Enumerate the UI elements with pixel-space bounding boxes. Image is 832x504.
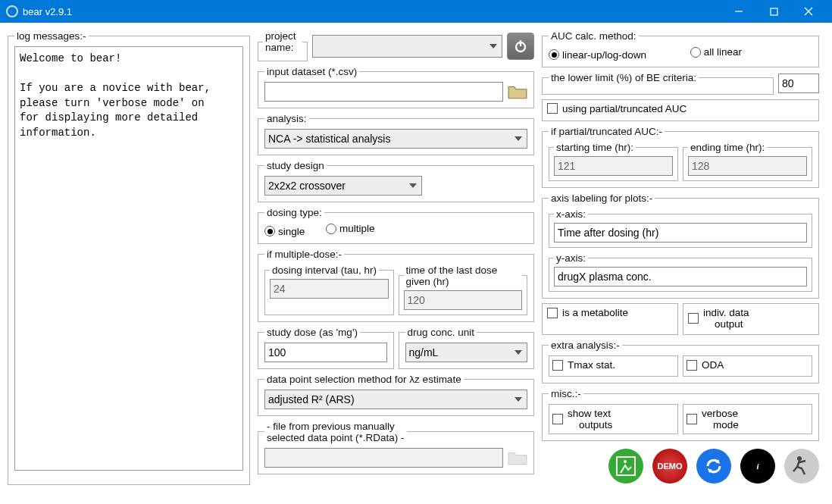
exit-button[interactable] bbox=[608, 449, 643, 484]
metabolite-group: is a metabolite bbox=[542, 303, 678, 335]
study-design-legend: study design bbox=[264, 160, 327, 171]
pauc-start-group: starting time (hr): bbox=[549, 142, 678, 181]
study-dose-group: study dose (as 'mg') bbox=[258, 327, 394, 369]
conc-unit-select[interactable]: ng/mL bbox=[405, 343, 528, 362]
partial-auc-checkbox[interactable]: using partial/truncated AUC bbox=[547, 103, 687, 114]
dosing-type-legend: dosing type: bbox=[264, 207, 324, 218]
analysis-select[interactable]: NCA -> statistical analysis bbox=[264, 129, 527, 149]
browse-prevfile-button bbox=[508, 449, 527, 466]
oda-checkbox[interactable]: ODA bbox=[687, 359, 724, 371]
multiple-dose-group: if multiple-dose:- dosing interval (tau,… bbox=[258, 249, 534, 322]
prevfile-group: - file from previous manuallyselected da… bbox=[258, 421, 534, 474]
misc-group: misc.:- show text outputs verbose mode bbox=[542, 388, 819, 441]
tmax-checkbox[interactable]: Tmax stat. bbox=[552, 359, 615, 371]
pauc-end-group: ending time (hr): bbox=[683, 142, 812, 181]
indiv-data-checkbox[interactable]: indiv. data output bbox=[688, 307, 749, 330]
partial-auc-times-group: if partial/truncated AUC:- starting time… bbox=[542, 126, 819, 188]
yaxis-field[interactable] bbox=[554, 267, 807, 286]
yaxis-legend: y-axis: bbox=[554, 252, 588, 264]
svg-point-7 bbox=[624, 460, 627, 463]
study-design-select[interactable]: 2x2x2 crossover bbox=[264, 176, 422, 196]
be-limit-legend: the lower limit (%) of BE criteria: bbox=[549, 72, 699, 83]
svg-point-10 bbox=[797, 456, 802, 461]
input-dataset-field[interactable] bbox=[264, 82, 503, 102]
maximize-button[interactable] bbox=[756, 0, 791, 23]
show-text-checkbox[interactable]: show text outputs bbox=[552, 408, 612, 430]
misc-legend: misc.:- bbox=[549, 388, 583, 399]
close-button[interactable] bbox=[791, 0, 826, 23]
be-limit-field[interactable] bbox=[778, 74, 819, 93]
study-dose-legend: study dose (as 'mg') bbox=[264, 327, 360, 338]
conc-unit-group: drug conc. unit ng/mL bbox=[399, 327, 535, 369]
dosing-interval-group: dosing interval (tau, hr) bbox=[264, 265, 394, 315]
project-name-legend: project name: bbox=[263, 30, 302, 53]
lambdaz-group: data point selection method for λz estim… bbox=[258, 374, 534, 416]
pauc-end-field bbox=[688, 156, 807, 176]
dosing-interval-legend: dosing interval (tau, hr) bbox=[270, 265, 379, 276]
indiv-data-group: indiv. data output bbox=[683, 303, 819, 335]
conc-unit-legend: drug conc. unit bbox=[405, 327, 477, 338]
study-dose-field[interactable] bbox=[264, 343, 387, 362]
prevfile-field bbox=[264, 448, 503, 468]
pauc-start-legend: starting time (hr): bbox=[554, 142, 636, 153]
project-name-group: project name: bbox=[258, 30, 308, 61]
log-messages-group: log messages:- Welcome to bear! If you a… bbox=[8, 30, 250, 485]
dosing-single-radio[interactable]: single bbox=[264, 226, 305, 237]
input-dataset-legend: input dataset (*.csv) bbox=[264, 66, 359, 77]
yaxis-group: y-axis: bbox=[549, 252, 812, 292]
xaxis-field[interactable] bbox=[554, 223, 807, 243]
info-button[interactable]: i bbox=[740, 449, 775, 484]
dosing-type-group: dosing type: single multiple bbox=[258, 207, 534, 244]
study-design-group: study design 2x2x2 crossover bbox=[258, 160, 534, 202]
project-name-select[interactable] bbox=[312, 35, 502, 58]
auc-method-group: AUC calc. method: linear-up/log-down all… bbox=[542, 30, 819, 67]
app-icon bbox=[6, 5, 18, 17]
power-button[interactable] bbox=[507, 33, 534, 60]
axis-labeling-legend: axis labeling for plots:- bbox=[549, 193, 655, 204]
lambdaz-select[interactable]: adjusted R² (ARS) bbox=[264, 390, 527, 409]
be-limit-group: the lower limit (%) of BE criteria: bbox=[542, 72, 774, 95]
auc-linlog-radio[interactable]: linear-up/log-down bbox=[549, 49, 646, 61]
minimize-button[interactable] bbox=[721, 0, 756, 23]
analysis-group: analysis: NCA -> statistical analysis bbox=[258, 113, 534, 155]
analysis-legend: analysis: bbox=[264, 113, 309, 124]
last-dose-time-field bbox=[404, 290, 523, 310]
demo-button[interactable]: DEMO bbox=[652, 449, 687, 484]
pauc-end-legend: ending time (hr): bbox=[688, 142, 767, 153]
refresh-button[interactable] bbox=[696, 449, 731, 484]
log-messages-text[interactable]: Welcome to bear! If you are a novice wit… bbox=[14, 46, 243, 471]
browse-dataset-button[interactable] bbox=[508, 83, 527, 100]
prevfile-legend: - file from previous manuallyselected da… bbox=[264, 421, 407, 443]
svg-rect-1 bbox=[771, 8, 777, 15]
last-dose-time-legend: time of the last dose given (hr) bbox=[404, 265, 523, 287]
metabolite-checkbox[interactable]: is a metabolite bbox=[547, 307, 628, 318]
partial-auc-times-legend: if partial/truncated AUC:- bbox=[549, 126, 665, 137]
window-title: bear v2.9.1 bbox=[23, 6, 72, 17]
last-dose-time-group: time of the last dose given (hr) bbox=[399, 265, 528, 315]
verbose-checkbox[interactable]: verbose mode bbox=[687, 408, 739, 430]
extra-analysis-group: extra analysis:- Tmax stat. ODA bbox=[542, 340, 819, 383]
pauc-start-field bbox=[554, 156, 673, 176]
auc-all-linear-radio[interactable]: all linear bbox=[690, 46, 742, 58]
titlebar: bear v2.9.1 bbox=[0, 0, 832, 23]
partial-auc-chk-group: using partial/truncated AUC bbox=[542, 99, 819, 122]
input-dataset-group: input dataset (*.csv) bbox=[258, 66, 534, 108]
run-button[interactable] bbox=[784, 449, 819, 484]
xaxis-group: x-axis: bbox=[549, 208, 812, 248]
auc-method-legend: AUC calc. method: bbox=[549, 30, 639, 42]
xaxis-legend: x-axis: bbox=[554, 208, 588, 220]
lambdaz-legend: data point selection method for λz estim… bbox=[264, 374, 464, 385]
multiple-dose-legend: if multiple-dose:- bbox=[264, 249, 344, 260]
log-messages-legend: log messages:- bbox=[14, 30, 89, 42]
dosing-interval-field bbox=[270, 279, 389, 299]
axis-labeling-group: axis labeling for plots:- x-axis: y-axis… bbox=[542, 193, 819, 299]
dosing-multiple-radio[interactable]: multiple bbox=[326, 223, 375, 234]
extra-analysis-legend: extra analysis:- bbox=[549, 340, 622, 351]
